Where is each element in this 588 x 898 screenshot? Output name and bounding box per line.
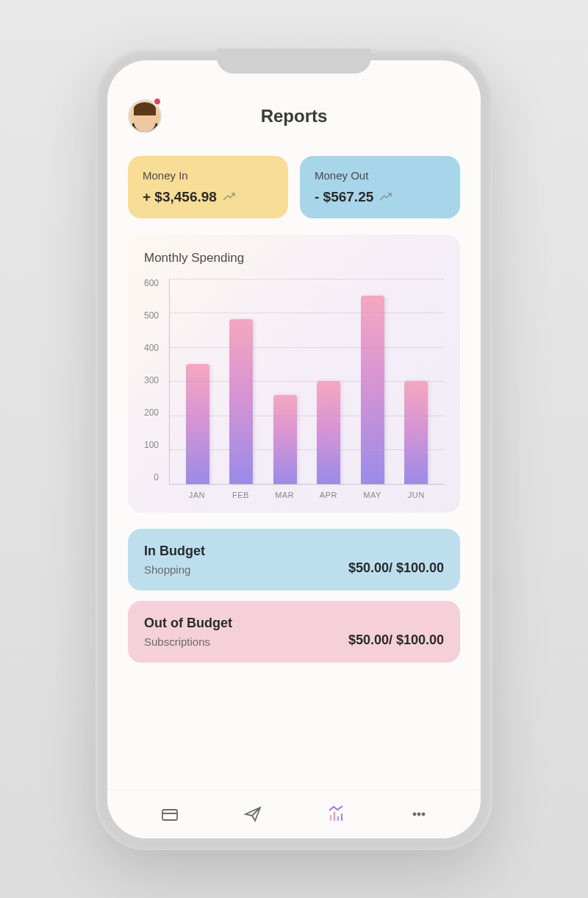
money-out-label: Money Out <box>315 169 445 182</box>
x-tick: MAY <box>360 491 384 499</box>
nav-reports-icon[interactable] <box>321 799 351 829</box>
out-budget-category: Subscriptions <box>144 635 232 648</box>
y-tick: 200 <box>144 408 159 417</box>
x-tick: APR <box>317 491 340 499</box>
notification-badge <box>153 97 162 106</box>
gridline <box>170 279 444 279</box>
money-in-card[interactable]: Money In + $3,456.98 <box>128 156 288 218</box>
in-budget-category: Shopping <box>144 563 205 576</box>
y-tick: 300 <box>144 376 159 385</box>
y-tick: 400 <box>144 343 159 352</box>
svg-point-6 <box>413 813 416 816</box>
phone-frame: Reports Money In + $3,456.98 Money Out <box>96 49 492 850</box>
notch <box>217 49 371 74</box>
y-tick: 0 <box>144 473 159 482</box>
svg-point-8 <box>422 813 425 816</box>
trend-up-icon <box>223 189 236 205</box>
plot-area: JANFEBMARAPRMAYJUN <box>169 279 444 499</box>
y-tick: 500 <box>144 311 159 320</box>
in-budget-amount: $50.00/ $100.00 <box>348 560 444 576</box>
grid-container <box>169 279 444 485</box>
page-title: Reports <box>261 106 328 126</box>
svg-point-7 <box>417 813 420 816</box>
bar <box>404 381 428 484</box>
out-budget-amount: $50.00/ $100.00 <box>348 632 444 648</box>
bar <box>317 381 340 484</box>
nav-card-icon[interactable] <box>155 799 184 829</box>
x-tick: MAR <box>273 491 296 499</box>
header: Reports <box>128 99 460 134</box>
chart-card: Monthly Spending 6005004003002001000 JAN… <box>128 235 460 513</box>
chart-area: 6005004003002001000 JANFEBMARAPRMAYJUN <box>144 279 444 499</box>
svg-rect-0 <box>162 810 177 820</box>
screen-content: Reports Money In + $3,456.98 Money Out <box>107 60 481 790</box>
out-budget-card[interactable]: Out of Budget Subscriptions $50.00/ $100… <box>128 601 460 663</box>
gridline <box>170 347 444 348</box>
phone-screen: Reports Money In + $3,456.98 Money Out <box>107 60 481 838</box>
money-out-value: - $567.25 <box>315 189 445 205</box>
in-budget-card[interactable]: In Budget Shopping $50.00/ $100.00 <box>128 529 460 591</box>
bar <box>273 395 297 484</box>
y-axis: 6005004003002001000 <box>144 279 169 499</box>
gridline <box>170 313 444 313</box>
x-axis: JANFEBMARAPRMAYJUN <box>169 485 444 499</box>
bar <box>229 319 253 483</box>
x-tick: FEB <box>229 491 253 499</box>
out-budget-title: Out of Budget <box>144 616 232 631</box>
x-tick: JAN <box>185 491 209 499</box>
gridline <box>170 381 444 382</box>
gridline <box>170 449 444 450</box>
y-tick: 100 <box>144 441 159 449</box>
summary-row: Money In + $3,456.98 Money Out - $567.25 <box>128 156 460 218</box>
trend-up-icon <box>379 189 392 205</box>
money-in-value: + $3,456.98 <box>143 189 273 205</box>
bar <box>186 364 209 484</box>
gridline <box>170 416 444 416</box>
x-tick: JUN <box>404 491 428 499</box>
bottom-nav <box>107 790 481 838</box>
y-tick: 600 <box>144 279 159 288</box>
bar <box>361 296 384 484</box>
nav-more-icon[interactable] <box>404 799 434 829</box>
money-out-card[interactable]: Money Out - $567.25 <box>300 156 460 218</box>
nav-send-icon[interactable] <box>238 799 268 829</box>
money-in-label: Money In <box>143 169 273 182</box>
chart-title: Monthly Spending <box>144 251 444 266</box>
in-budget-title: In Budget <box>144 544 205 559</box>
